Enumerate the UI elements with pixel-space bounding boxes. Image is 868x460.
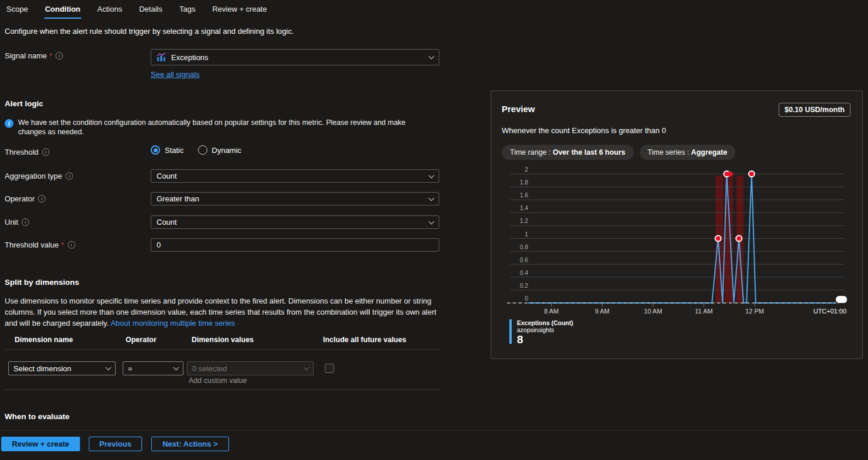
svg-text:0.6: 0.6 (520, 257, 528, 263)
next-actions-button[interactable]: Next: Actions > (151, 437, 229, 451)
signal-name-label: Signal name* i (5, 51, 63, 60)
operator-label: Operator i (5, 194, 46, 203)
chevron-down-icon (429, 218, 435, 224)
dimension-name-dropdown[interactable]: Select dimension (8, 361, 116, 375)
time-range-chip-value: Over the last 6 hours (553, 148, 625, 156)
split-description: Use dimensions to monitor specific time … (5, 295, 442, 329)
time-range-chip-label: Time range : (510, 148, 553, 156)
svg-text:8 AM: 8 AM (544, 308, 558, 315)
threshold-value-label-text: Threshold value (5, 241, 59, 249)
tab-tags[interactable]: Tags (179, 4, 196, 19)
wizard-tabs: Scope Condition Actions Details Tags Rev… (6, 4, 268, 19)
aggregation-type-label-text: Aggregation type (5, 172, 62, 180)
info-icon[interactable]: i (38, 195, 46, 203)
radio-dynamic[interactable] (198, 145, 207, 155)
auto-config-info-text: We have set the condition configuration … (18, 119, 432, 137)
preview-panel: Preview $0.10 USD/month Whenever the cou… (491, 90, 863, 359)
split-by-dimensions-heading: Split by dimensions (5, 278, 79, 287)
page-intro: Configure when the alert rule should tri… (5, 27, 294, 36)
svg-text:1.8: 1.8 (520, 179, 528, 186)
unit-label: Unit i (5, 218, 29, 226)
signal-name-value: Exceptions (171, 53, 209, 62)
include-future-values-checkbox[interactable] (325, 364, 334, 373)
operator-label-text: Operator (5, 194, 34, 203)
svg-text:0.2: 0.2 (520, 283, 528, 289)
column-dimension-name: Dimension name (15, 336, 73, 344)
chevron-down-icon (429, 195, 435, 201)
add-custom-value-link[interactable]: Add custom value (189, 377, 246, 385)
required-asterisk: * (61, 241, 64, 249)
info-icon[interactable]: i (68, 241, 75, 249)
time-series-chip[interactable]: Time series : Aggregate (640, 145, 735, 160)
threshold-value-input[interactable] (151, 238, 439, 252)
aggregation-type-label: Aggregation type i (5, 172, 73, 180)
svg-text:0: 0 (525, 295, 528, 302)
svg-text:1: 1 (525, 231, 528, 238)
svg-text:0.8: 0.8 (520, 244, 528, 250)
preview-condition-text: Whenever the count Exceptions is greater… (502, 126, 666, 135)
svg-text:UTC+01:00: UTC+01:00 (813, 308, 846, 315)
tab-actions[interactable]: Actions (97, 4, 123, 19)
chevron-down-icon (429, 54, 435, 60)
svg-text:11 AM: 11 AM (695, 308, 713, 315)
legend-total-value: 8 (517, 334, 573, 346)
operator-value: Greater than (157, 194, 199, 203)
see-all-signals-link[interactable]: See all signals (151, 70, 200, 79)
about-monitoring-link[interactable]: About monitoring multiple time series (110, 319, 235, 327)
divider (5, 349, 440, 350)
tab-details[interactable]: Details (138, 4, 163, 19)
threshold-radio-group: Static Dynamic (151, 145, 241, 155)
radio-static[interactable] (151, 145, 160, 155)
info-icon[interactable]: i (42, 148, 50, 156)
threshold-label-text: Threshold (5, 148, 39, 156)
column-operator: Operator (126, 336, 157, 344)
signal-name-combobox[interactable]: Exceptions (151, 49, 439, 65)
svg-text:0.4: 0.4 (520, 270, 528, 276)
dimension-operator-dropdown[interactable]: = (123, 361, 183, 375)
chevron-down-icon (429, 172, 435, 178)
dimension-values-dropdown[interactable]: 0 selected (187, 361, 314, 375)
legend-metric-name: Exceptions (Count) (517, 319, 573, 326)
dimension-name-value: Select dimension (13, 364, 71, 373)
info-icon[interactable]: i (65, 172, 73, 180)
cost-estimate-badge: $0.10 USD/month (779, 103, 850, 117)
unit-label-text: Unit (5, 218, 18, 226)
when-to-evaluate-heading: When to evaluate (5, 412, 70, 421)
required-asterisk: * (49, 51, 52, 60)
chart-legend[interactable]: Exceptions (Count) azopsinsights 8 (509, 319, 573, 346)
column-include-future-values: Include all future values (323, 336, 406, 344)
chevron-down-icon (173, 365, 179, 371)
column-dimension-values: Dimension values (192, 336, 254, 344)
previous-button[interactable]: Previous (89, 437, 142, 451)
metric-signal-icon (157, 53, 166, 62)
tab-review-create[interactable]: Review + create (211, 4, 268, 19)
legend-resource-name: azopsinsights (517, 326, 573, 333)
review-create-button[interactable]: Review + create (1, 437, 80, 451)
threshold-label: Threshold i (5, 148, 50, 156)
unit-value: Count (157, 218, 177, 226)
preview-chart[interactable]: 00.20.40.60.811.21.41.61.828 AM9 AM10 AM… (503, 167, 853, 319)
aggregation-type-value: Count (157, 172, 177, 180)
time-range-chip[interactable]: Time range : Over the last 6 hours (502, 145, 634, 160)
time-series-chip-label: Time series : (648, 148, 692, 156)
footer-divider (0, 430, 868, 431)
unit-dropdown[interactable]: Count (151, 215, 439, 229)
info-icon[interactable]: i (22, 218, 29, 226)
time-series-chip-value: Aggregate (691, 148, 727, 156)
info-filled-icon: i (5, 119, 13, 128)
svg-text:1.6: 1.6 (520, 192, 528, 198)
preview-chips: Time range : Over the last 6 hours Time … (502, 145, 735, 160)
aggregation-type-dropdown[interactable]: Count (151, 169, 439, 183)
signal-name-label-text: Signal name (5, 51, 47, 60)
info-icon[interactable]: i (55, 52, 63, 60)
operator-dropdown[interactable]: Greater than (151, 192, 439, 205)
radio-dynamic-label[interactable]: Dynamic (212, 146, 242, 155)
svg-text:12 PM: 12 PM (745, 308, 764, 315)
svg-text:1.2: 1.2 (520, 218, 528, 224)
auto-config-infobar: i We have set the condition configuratio… (5, 119, 432, 137)
preview-title: Preview (502, 104, 535, 114)
tab-condition[interactable]: Condition (44, 4, 81, 19)
radio-static-label[interactable]: Static (165, 146, 184, 155)
dimension-values-value: 0 selected (192, 364, 227, 373)
tab-scope[interactable]: Scope (6, 4, 29, 19)
